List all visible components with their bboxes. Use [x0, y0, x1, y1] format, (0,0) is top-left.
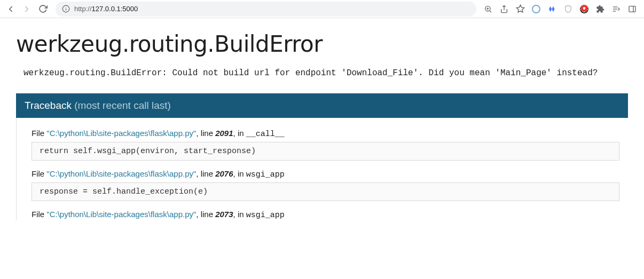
- extension-icon-4[interactable]: [579, 4, 590, 14]
- reload-button[interactable]: [36, 3, 49, 15]
- frame-line: 2073: [215, 210, 233, 219]
- frame-fn: __call__: [246, 130, 285, 139]
- traceback-body: File "C:\python\Lib\site-packages\flask\…: [16, 118, 628, 220]
- extensions-menu-icon[interactable]: [595, 4, 606, 14]
- error-title: werkzeug.routing.BuildError: [16, 31, 628, 57]
- svg-rect-12: [629, 6, 635, 12]
- svg-line-4: [490, 11, 491, 12]
- extension-icon-1[interactable]: [531, 4, 541, 14]
- error-page: werkzeug.routing.BuildError werkzeug.rou…: [0, 18, 644, 241]
- side-panel-icon[interactable]: [627, 4, 638, 14]
- traceback-frame: File "C:\python\Lib\site-packages\flask\…: [32, 210, 619, 220]
- svg-marker-8: [516, 5, 524, 12]
- back-button[interactable]: [4, 3, 17, 15]
- forward-button[interactable]: [20, 3, 33, 15]
- extension-icon-2[interactable]: [547, 4, 557, 14]
- url-text: http://127.0.0.1:5000: [74, 5, 138, 13]
- info-icon[interactable]: [62, 5, 70, 13]
- frame-file: "C:\python\Lib\site-packages\flask\app.p…: [46, 129, 196, 138]
- address-bar[interactable]: http://127.0.0.1:5000: [56, 2, 476, 17]
- toolbar-actions: [483, 4, 640, 14]
- frame-line: 2076: [215, 169, 233, 178]
- frame-fn: wsgi_app: [246, 211, 285, 220]
- star-icon[interactable]: [515, 4, 525, 14]
- traceback-frame: File "C:\python\Lib\site-packages\flask\…: [32, 129, 619, 161]
- traceback-header: Traceback (most recent call last): [16, 93, 628, 118]
- frame-fn: wsgi_app: [246, 170, 285, 179]
- frame-code[interactable]: return self.wsgi_app(environ, start_resp…: [32, 142, 619, 161]
- error-message: werkzeug.routing.BuildError: Could not b…: [16, 67, 628, 81]
- traceback-header-label: Traceback: [25, 100, 72, 111]
- frame-line: 2091: [215, 129, 233, 138]
- reading-list-icon[interactable]: [611, 4, 622, 14]
- browser-toolbar: http://127.0.0.1:5000: [0, 0, 644, 18]
- share-icon[interactable]: [499, 4, 509, 14]
- traceback-header-sub: (most recent call last): [74, 100, 171, 111]
- frame-file: "C:\python\Lib\site-packages\flask\app.p…: [46, 210, 196, 219]
- zoom-icon[interactable]: [483, 4, 493, 14]
- traceback-frame: File "C:\python\Lib\site-packages\flask\…: [32, 169, 619, 201]
- frame-code[interactable]: response = self.handle_exception(e): [32, 182, 619, 201]
- extension-icon-3[interactable]: [563, 4, 574, 14]
- frame-file: "C:\python\Lib\site-packages\flask\app.p…: [46, 169, 196, 178]
